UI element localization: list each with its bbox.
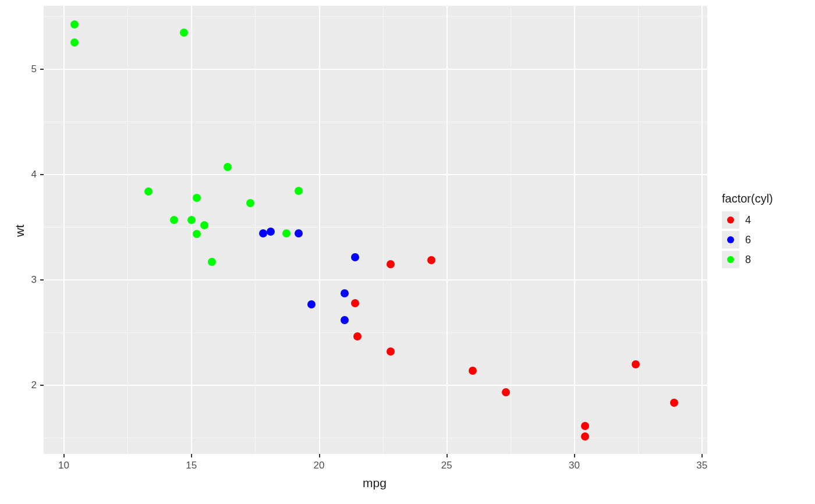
data-point	[224, 163, 232, 171]
data-point	[208, 258, 216, 266]
gridline-major-h	[44, 174, 707, 175]
gridline-major-v	[191, 6, 192, 454]
legend-dot-icon	[727, 236, 734, 243]
data-point	[351, 299, 359, 307]
y-axis-tick-label: 3	[31, 274, 37, 286]
y-axis-tick-label: 2	[31, 379, 37, 391]
data-point	[670, 399, 678, 407]
x-axis-tick-label: 35	[696, 460, 707, 471]
data-point	[246, 199, 254, 207]
legend: factor(cyl) 468	[722, 192, 773, 271]
x-axis-tick	[447, 454, 448, 457]
gridline-major-v	[447, 6, 448, 454]
legend-label: 8	[745, 254, 751, 266]
gridline-minor-h	[44, 332, 707, 333]
data-point	[144, 187, 153, 196]
gridline-minor-v	[638, 6, 639, 454]
gridline-major-v	[319, 6, 320, 454]
x-axis-tick	[63, 454, 65, 457]
gridline-major-h	[44, 69, 707, 70]
data-point	[70, 38, 79, 47]
data-point	[581, 432, 589, 441]
plot-panel	[44, 6, 707, 454]
data-point	[193, 230, 201, 238]
data-point	[170, 216, 178, 224]
x-axis-title: mpg	[363, 476, 387, 490]
y-axis-tick	[40, 279, 44, 281]
gridline-minor-v	[255, 6, 256, 454]
legend-label: 4	[745, 214, 751, 226]
x-axis-tick-label: 10	[58, 460, 69, 471]
gridline-major-v	[63, 6, 65, 454]
data-point	[259, 229, 267, 237]
data-point	[353, 332, 362, 340]
gridline-major-h	[44, 385, 707, 386]
data-point	[187, 216, 196, 224]
data-point	[387, 260, 395, 268]
data-point	[282, 229, 290, 237]
gridline-minor-v	[127, 6, 128, 454]
data-point	[469, 367, 477, 375]
x-axis-tick-label: 25	[441, 460, 452, 471]
gridline-minor-v	[383, 6, 384, 454]
x-axis-tick-label: 15	[186, 460, 197, 471]
y-axis-tick	[40, 385, 44, 386]
x-axis-tick	[191, 454, 192, 457]
data-point	[341, 316, 349, 324]
y-axis-tick	[40, 174, 44, 175]
data-point	[341, 289, 349, 297]
data-point	[70, 20, 79, 29]
data-point	[502, 388, 510, 396]
x-axis-tick	[701, 454, 703, 457]
y-axis-title: wt	[13, 225, 27, 237]
gridline-minor-h	[44, 438, 707, 438]
data-point	[267, 228, 275, 236]
x-axis-tick-label: 30	[569, 460, 580, 471]
legend-title: factor(cyl)	[722, 192, 773, 205]
data-point	[427, 256, 435, 264]
x-axis-tick	[319, 454, 320, 457]
scatter-chart: wt mpg factor(cyl) 468 1015202530352345	[0, 0, 815, 504]
data-point	[295, 187, 303, 195]
data-point	[307, 300, 316, 308]
legend-label: 6	[745, 234, 751, 246]
gridline-major-v	[574, 6, 575, 454]
x-axis-tick	[574, 454, 575, 457]
legend-dot-icon	[727, 216, 734, 223]
y-axis-tick-label: 5	[31, 63, 37, 75]
legend-item: 6	[722, 231, 773, 249]
gridline-minor-v	[511, 6, 511, 454]
data-point	[351, 253, 359, 261]
legend-key	[722, 251, 739, 268]
legend-key	[722, 211, 739, 229]
data-point	[200, 221, 208, 229]
y-axis-tick-label: 4	[31, 169, 37, 180]
legend-item: 4	[722, 211, 773, 229]
data-point	[387, 347, 395, 356]
legend-item: 8	[722, 251, 773, 268]
gridline-major-h	[44, 279, 707, 281]
data-point	[180, 29, 188, 37]
y-axis-tick	[40, 69, 44, 70]
gridline-minor-h	[44, 227, 707, 228]
gridline-major-v	[701, 6, 703, 454]
legend-dot-icon	[727, 256, 734, 263]
gridline-minor-h	[44, 16, 707, 17]
gridline-minor-h	[44, 122, 707, 122]
data-point	[632, 360, 640, 368]
data-point	[193, 194, 201, 202]
x-axis-tick-label: 20	[314, 460, 325, 471]
data-point	[581, 422, 589, 430]
legend-key	[722, 231, 739, 249]
data-point	[295, 229, 303, 237]
